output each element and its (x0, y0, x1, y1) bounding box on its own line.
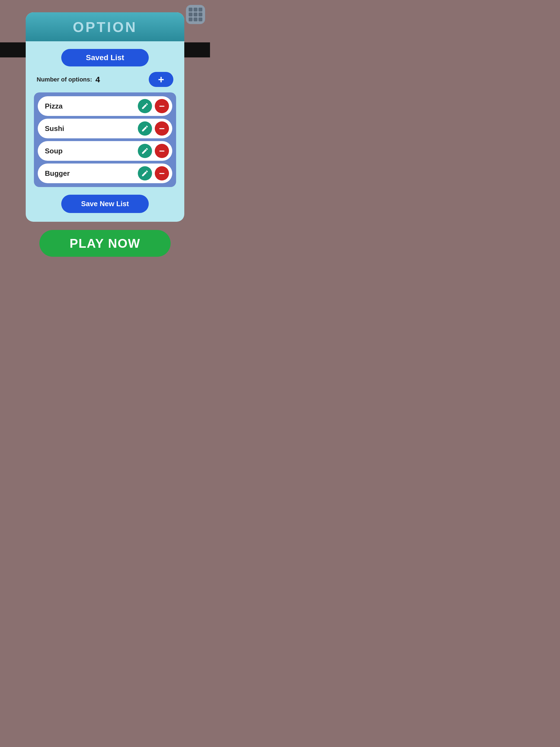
edit-item-button[interactable] (138, 166, 152, 180)
list-item: Bugger (38, 163, 172, 183)
svg-rect-2 (159, 151, 164, 152)
minus-icon (158, 147, 166, 155)
list-item-text: Sushi (45, 124, 135, 133)
list-item-text: Soup (45, 147, 135, 155)
edit-icon (141, 170, 149, 177)
list-item-text: Pizza (45, 102, 135, 110)
minus-icon (158, 170, 166, 177)
delete-item-button[interactable] (155, 144, 169, 158)
add-option-button[interactable]: + (149, 72, 173, 87)
svg-rect-3 (159, 173, 164, 174)
edit-item-button[interactable] (138, 144, 152, 158)
grid-icon (189, 8, 202, 21)
options-label-group: Number of options: 4 (36, 75, 100, 84)
list-item: Soup (38, 141, 172, 161)
list-item-text: Bugger (45, 169, 135, 178)
edit-icon (141, 147, 149, 155)
options-list: Pizza Sushi Soup Bugger (34, 93, 176, 187)
delete-item-button[interactable] (155, 99, 169, 113)
main-content: OPTION Saved List Number of options: 4 +… (26, 23, 184, 257)
edit-item-button[interactable] (138, 121, 152, 136)
edit-icon (141, 125, 149, 132)
svg-rect-1 (159, 128, 164, 129)
options-card: OPTION Saved List Number of options: 4 +… (26, 12, 184, 222)
delete-item-button[interactable] (155, 121, 169, 136)
grid-menu-button[interactable] (186, 5, 205, 24)
list-item: Sushi (38, 119, 172, 138)
minus-icon (158, 125, 166, 132)
save-new-list-button[interactable]: Save New List (61, 195, 149, 213)
options-row: Number of options: 4 + (34, 72, 176, 87)
edit-icon (141, 102, 149, 110)
edit-item-button[interactable] (138, 99, 152, 113)
options-count: 4 (96, 75, 100, 84)
card-title: OPTION (26, 19, 184, 35)
card-body: Saved List Number of options: 4 + Pizza … (26, 41, 184, 213)
card-header: OPTION (26, 12, 184, 41)
list-item: Pizza (38, 96, 172, 116)
delete-item-button[interactable] (155, 166, 169, 180)
options-label: Number of options: (36, 76, 92, 83)
minus-icon (158, 102, 166, 110)
saved-list-button[interactable]: Saved List (61, 49, 149, 67)
play-now-button[interactable]: PLAY NOW (40, 230, 171, 257)
svg-rect-0 (159, 106, 164, 107)
